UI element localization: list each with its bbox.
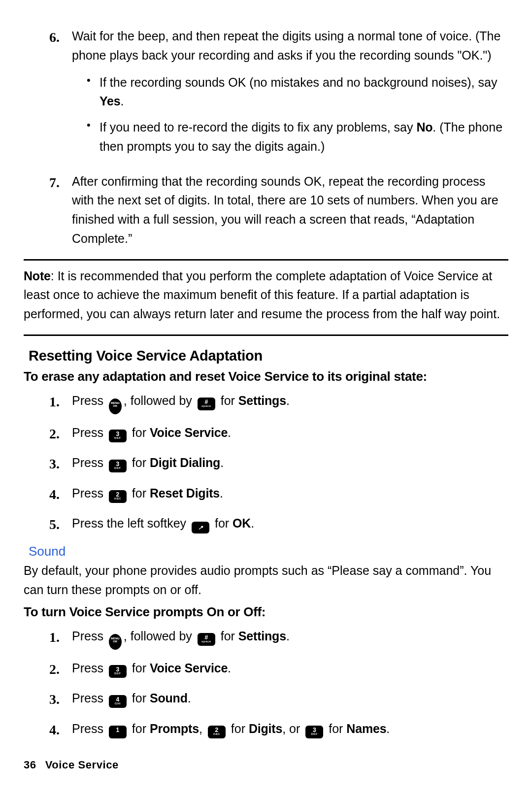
step-6: 6. Wait for the beep, and then repeat th…	[49, 27, 508, 163]
bullet-dot-icon: •	[87, 118, 100, 156]
list-number: 4.	[49, 719, 72, 740]
key-3-icon: 3DEF	[109, 460, 127, 472]
section-subheading-prompts: To turn Voice Service prompts On or Off:	[24, 604, 508, 620]
text-fragment: , followed by	[124, 629, 196, 643]
hash-key-icon: #space	[198, 633, 215, 646]
sound-step-2: 2. Press 3DEF for Voice Service.	[49, 659, 508, 680]
list-number: 3.	[49, 453, 72, 474]
step-text: Press MENUOK, followed by #space for Set…	[72, 627, 508, 650]
text-fragment: Press	[72, 394, 107, 407]
page-footer: 36Voice Service	[24, 759, 119, 771]
text-fragment: , followed by	[124, 394, 196, 407]
text-fragment: for	[228, 722, 249, 735]
text-fragment: .	[220, 486, 223, 500]
footer-title: Voice Service	[45, 759, 119, 771]
step-text: Press 2ABC for Reset Digits.	[72, 484, 508, 505]
divider	[24, 259, 508, 261]
key-1-icon: 1	[109, 726, 127, 738]
bullet-dot-icon: •	[87, 73, 100, 111]
text-fragment: , or	[282, 722, 303, 735]
menu-ok-key-icon: MENUOK	[109, 634, 122, 650]
reset-steps: 1. Press MENUOK, followed by #space for …	[49, 391, 508, 535]
keyword-yes: Yes	[100, 94, 121, 108]
text-fragment: for	[129, 691, 150, 705]
key-2-icon: 2ABC	[208, 726, 226, 738]
text-fragment: .	[121, 94, 124, 108]
text-fragment: for	[211, 516, 233, 530]
keyword-reset-digits: Reset Digits	[150, 486, 220, 500]
step-text: Press 3DEF for Voice Service.	[72, 423, 508, 444]
text-fragment: Press	[72, 426, 107, 439]
list-number: 7.	[49, 172, 72, 248]
reset-step-4: 4. Press 2ABC for Reset Digits.	[49, 484, 508, 505]
sound-step-1: 1. Press MENUOK, followed by #space for …	[49, 627, 508, 650]
text-fragment: .	[251, 516, 254, 530]
menu-ok-key-icon: MENUOK	[109, 399, 122, 414]
reset-step-2: 2. Press 3DEF for Voice Service.	[49, 423, 508, 444]
key-4-icon: 4GHI	[109, 695, 127, 708]
text-fragment: Press	[72, 486, 107, 500]
note-text: : It is recommended that you perform the…	[24, 269, 500, 321]
key-3-icon: 3DEF	[305, 726, 323, 738]
manual-page: 6. Wait for the beep, and then repeat th…	[0, 0, 532, 799]
step-text: Press 4GHI for Sound.	[72, 689, 508, 710]
step-6-sublist: • If the recording sounds OK (no mistake…	[87, 73, 508, 156]
text-fragment: Press	[72, 629, 107, 643]
keyword-voice-service: Voice Service	[150, 426, 228, 439]
text-fragment: for	[129, 486, 150, 500]
text-fragment: If the recording sounds OK (no mistakes …	[100, 75, 497, 89]
sound-steps: 1. Press MENUOK, followed by #space for …	[49, 627, 508, 740]
step-7-text: After confirming that the recording soun…	[72, 172, 508, 248]
list-number: 3.	[49, 689, 72, 710]
keyword-prompts: Prompts	[150, 722, 199, 735]
divider	[24, 334, 508, 336]
keyword-settings: Settings	[238, 394, 286, 407]
text-fragment: for	[325, 722, 346, 735]
page-number: 36	[24, 759, 36, 771]
text-fragment: .	[228, 426, 231, 439]
text-fragment: .	[220, 456, 224, 469]
bullet-item: • If you need to re-record the digits to…	[87, 118, 508, 156]
text-fragment: .	[188, 691, 191, 705]
section-subheading-erase: To erase any adaptation and reset Voice …	[24, 369, 508, 384]
list-number: 2.	[49, 659, 72, 680]
key-3-icon: 3DEF	[109, 430, 127, 442]
reset-step-5: 5. Press the left softkey ↗ for OK.	[49, 514, 508, 535]
sound-step-4: 4. Press 1 for Prompts, 2ABC for Digits,…	[49, 719, 508, 740]
section-heading-resetting: Resetting Voice Service Adaptation	[29, 348, 508, 364]
key-2-icon: 2ABC	[109, 490, 127, 503]
bullet-item: • If the recording sounds OK (no mistake…	[87, 73, 508, 111]
keyword-settings: Settings	[238, 629, 286, 643]
step-6-body: Wait for the beep, and then repeat the d…	[72, 27, 508, 163]
sound-paragraph: By default, your phone provides audio pr…	[24, 561, 508, 599]
list-number: 6.	[49, 27, 72, 163]
hash-key-icon: #space	[198, 398, 215, 410]
text-fragment: .	[286, 394, 290, 407]
sound-step-3: 3. Press 4GHI for Sound.	[49, 689, 508, 710]
reset-step-1: 1. Press MENUOK, followed by #space for …	[49, 391, 508, 414]
keyword-names: Names	[346, 722, 386, 735]
text-fragment: for	[217, 394, 238, 407]
step-7: 7. After confirming that the recording s…	[49, 172, 508, 248]
bullet-text: If the recording sounds OK (no mistakes …	[100, 73, 508, 111]
step-text: Press 3DEF for Voice Service.	[72, 659, 508, 680]
text-fragment: Press the left softkey	[72, 516, 190, 530]
softkey-icon: ↗	[192, 522, 209, 533]
section-heading-sound: Sound	[29, 544, 508, 559]
bullet-text: If you need to re-record the digits to f…	[100, 118, 508, 156]
text-fragment: Press	[72, 661, 107, 675]
text-fragment: If you need to re-record the digits to f…	[100, 120, 416, 134]
step-text: Press the left softkey ↗ for OK.	[72, 514, 508, 535]
text-fragment: for	[129, 426, 150, 439]
text-fragment: Press	[72, 691, 107, 705]
list-number: 4.	[49, 484, 72, 505]
step-text: Press 1 for Prompts, 2ABC for Digits, or…	[72, 719, 508, 740]
list-number: 5.	[49, 514, 72, 535]
list-number: 1.	[49, 391, 72, 414]
text-fragment: for	[217, 629, 238, 643]
text-fragment: ,	[199, 722, 206, 735]
step-text: Press MENUOK, followed by #space for Set…	[72, 391, 508, 414]
step-6-text: Wait for the beep, and then repeat the d…	[72, 29, 500, 62]
text-fragment: for	[129, 661, 150, 675]
reset-step-3: 3. Press 3DEF for Digit Dialing.	[49, 453, 508, 474]
